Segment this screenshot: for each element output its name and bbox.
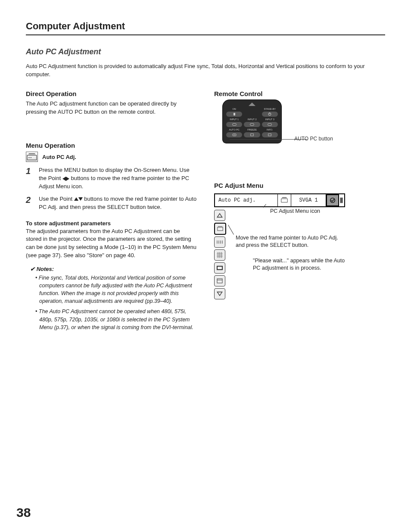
- on-label: ON: [226, 108, 242, 110]
- notes-heading: ✔ Notes:: [30, 266, 197, 272]
- chapter-title: Computer Adjustment: [26, 21, 385, 35]
- step-number-2: 2: [26, 195, 34, 212]
- menu-bar-title: Auto PC adj.: [215, 194, 278, 206]
- svg-rect-16: [218, 227, 223, 230]
- please-wait-callout: "Please wait..." appears while the Auto …: [253, 257, 352, 272]
- scroll-up-icon[interactable]: [214, 210, 225, 221]
- svg-rect-13: [281, 199, 287, 202]
- info-label: INFO.: [262, 128, 278, 131]
- auto-pc-adj-label: Auto PC Adj.: [42, 154, 76, 160]
- scroll-down-icon[interactable]: [214, 288, 225, 299]
- svg-rect-6: [232, 123, 236, 125]
- intro-text: Auto PC Adjustment function is provided …: [26, 62, 385, 79]
- menu-bar-selected-icon: [326, 194, 339, 206]
- step-2-text: Use the Point buttons to move the red fr…: [39, 195, 197, 212]
- section-title: Auto PC Adjustment: [26, 47, 385, 56]
- menu-operation-heading: Menu Operation: [26, 142, 197, 149]
- pc-adjust-menu-icon-callout: PC Adjust Menu icon: [270, 208, 320, 215]
- input1-label: INPUT 1: [226, 118, 242, 121]
- direct-operation-body: The Auto PC adjustment function can be o…: [26, 100, 197, 116]
- remote-control-graphic: ON STAND-BY INPUT 1 INPUT 2 INPUT 3: [223, 100, 281, 143]
- direct-operation-heading: Direct Operation: [26, 90, 197, 97]
- svg-rect-18: [218, 267, 222, 269]
- point-right-icon: [66, 177, 69, 181]
- auto-pc-icon: [26, 152, 38, 162]
- freeze-button[interactable]: [244, 132, 260, 137]
- page-number: 38: [16, 505, 31, 520]
- input2-label: INPUT 2: [244, 118, 260, 121]
- point-down-icon: [78, 197, 83, 201]
- store-parameters-heading: To store adjustment parameters: [26, 220, 197, 227]
- horizontal-icon[interactable]: [214, 262, 225, 274]
- on-button[interactable]: [226, 112, 242, 117]
- move-pointer-callout: Move the red frame pointer to Auto PC Ad…: [236, 234, 348, 249]
- auto-pc-button-callout: AUTO PC button: [294, 136, 333, 142]
- svg-rect-7: [250, 123, 254, 125]
- store-parameters-body: The adjusted parameters from the Auto PC…: [26, 227, 197, 260]
- ir-emitter-icon: [249, 103, 255, 106]
- remote-control-heading: Remote Control: [214, 90, 385, 97]
- standby-label: STAND-BY: [262, 108, 278, 110]
- auto-pc-adj-menu-icon[interactable]: [214, 223, 226, 235]
- svg-rect-11: [251, 134, 254, 136]
- autopc-label: AUTO PC: [226, 128, 242, 131]
- menu-bar-pcadjust-icon: [278, 194, 291, 206]
- pc-adjust-menu-heading: PC Adjust Menu: [214, 182, 385, 189]
- step-1-text: Press the MENU button to display the On-…: [39, 166, 197, 191]
- input3-label: INPUT 3: [262, 118, 278, 121]
- svg-rect-15: [340, 197, 342, 203]
- menu-bar-mode: SVGA 1: [291, 194, 326, 206]
- svg-point-1: [28, 157, 29, 158]
- total-dots-icon[interactable]: [214, 249, 225, 261]
- svg-rect-8: [268, 123, 271, 125]
- svg-point-2: [31, 157, 31, 158]
- note-2: The Auto PC Adjustment cannot be operate…: [35, 308, 197, 331]
- note-1: Fine sync, Total dots, Horizontal and Ve…: [35, 274, 197, 305]
- step-number-1: 1: [26, 166, 34, 191]
- input1-button[interactable]: [226, 122, 242, 127]
- info-button[interactable]: [262, 132, 278, 137]
- point-up-icon: [74, 197, 78, 201]
- svg-point-14: [330, 198, 335, 202]
- point-left-icon: [62, 177, 66, 181]
- svg-rect-19: [217, 279, 222, 283]
- svg-rect-12: [268, 134, 271, 136]
- auto-pc-button[interactable]: [226, 132, 242, 137]
- fine-sync-icon[interactable]: [214, 236, 225, 248]
- menu-bar-end-icon: [339, 194, 344, 206]
- vertical-icon[interactable]: [214, 275, 225, 286]
- freeze-label: FREEZE: [244, 128, 260, 131]
- menu-bar: Auto PC adj. SVGA 1: [214, 193, 345, 207]
- svg-rect-3: [234, 113, 235, 115]
- input2-button[interactable]: [244, 122, 260, 127]
- input3-button[interactable]: [262, 122, 278, 127]
- side-icon-column: [214, 210, 225, 299]
- standby-button[interactable]: [262, 112, 278, 117]
